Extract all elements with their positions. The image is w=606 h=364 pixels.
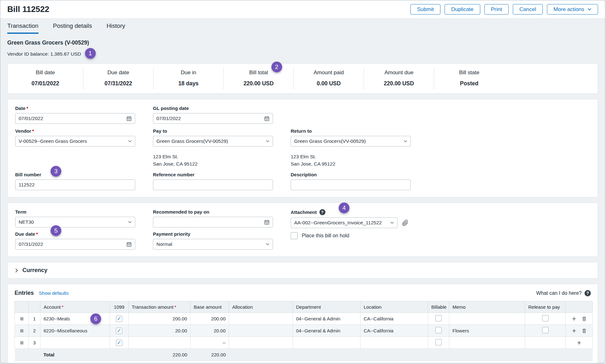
- allocation-cell[interactable]: [229, 325, 293, 337]
- col-actions: [566, 301, 593, 313]
- duplicate-button[interactable]: Duplicate: [445, 4, 480, 15]
- reference-number-field: Reference number: [153, 172, 273, 190]
- return-to-select[interactable]: Green Grass Grocers(VV-00529): [291, 136, 411, 147]
- checkbox-billable[interactable]: [435, 315, 442, 321]
- allocation-cell[interactable]: [229, 337, 293, 349]
- return-to-value: Green Grass Grocers(VV-00529): [294, 138, 403, 144]
- help-icon[interactable]: ?: [585, 290, 591, 296]
- base-amount-cell: 200.00: [191, 313, 229, 325]
- checkbox-1099[interactable]: [116, 316, 122, 322]
- location-cell[interactable]: CA--California: [361, 325, 428, 337]
- currency-toggle[interactable]: Currency: [8, 262, 598, 278]
- attachment-help-icon[interactable]: ?: [319, 209, 325, 215]
- memo-cell[interactable]: Flowers: [449, 325, 525, 337]
- department-cell[interactable]: 04--General & Admin: [293, 313, 361, 325]
- attachment-select[interactable]: AA-002--GreenGrocers_Invoice_112522: [291, 217, 397, 228]
- col-account: Account*: [40, 301, 110, 313]
- account-cell[interactable]: 6230--Meals 6: [40, 313, 110, 325]
- bill-number-input[interactable]: 112522: [15, 179, 135, 190]
- print-button[interactable]: Print: [484, 4, 509, 15]
- department-cell[interactable]: 04--General & Admin: [293, 325, 361, 337]
- account-cell[interactable]: [40, 337, 110, 349]
- description-field: Description: [291, 172, 411, 190]
- due-date-input[interactable]: 07/31/2022: [15, 239, 135, 250]
- description-input[interactable]: [291, 179, 411, 190]
- summary-item-bill-total: 2 Bill total 220.00 USD: [224, 68, 294, 89]
- add-row-button[interactable]: [572, 316, 577, 321]
- entries-total-row: Total 220.00 220.00: [15, 349, 593, 361]
- col-release: Release to pay: [525, 301, 566, 313]
- bill-number-label: Bill number: [15, 172, 135, 177]
- paperclip-icon[interactable]: [402, 220, 409, 226]
- transaction-amount-cell[interactable]: [129, 337, 191, 349]
- add-row-button[interactable]: [572, 328, 577, 333]
- recommended-pay-input[interactable]: [153, 217, 273, 228]
- checkbox-release-to-pay[interactable]: [542, 327, 548, 333]
- pay-to-select[interactable]: Green Grass Grocers(VV-00529): [153, 136, 273, 147]
- checkbox-billable[interactable]: [435, 339, 442, 345]
- term-label: Term: [15, 209, 135, 215]
- add-row-button[interactable]: [577, 340, 582, 345]
- transaction-amount-cell[interactable]: 20.00: [129, 325, 191, 337]
- reference-number-input[interactable]: [153, 179, 273, 190]
- vendor-block: Green Grass Grocers (V-00529) Vendor ID …: [7, 39, 598, 59]
- more-actions-button[interactable]: More actions: [547, 4, 598, 15]
- attachment-label: Attachment: [291, 209, 317, 215]
- calendar-icon[interactable]: [126, 116, 132, 121]
- step-badge-2: 2: [271, 62, 282, 72]
- pay-to-value: Green Grass Grocers(VV-00529): [156, 138, 266, 144]
- calendar-icon[interactable]: [264, 220, 270, 225]
- location-cell[interactable]: CA--California: [361, 313, 428, 325]
- summary-label: Amount due: [365, 70, 433, 76]
- address-line-2: San Jose, CA 95122: [291, 160, 411, 167]
- drag-handle-icon[interactable]: [16, 316, 27, 321]
- col-allocation: Allocation: [229, 301, 293, 313]
- vendor-value: V-00529--Green Grass Grocers: [19, 138, 128, 144]
- calendar-icon[interactable]: [264, 116, 270, 121]
- checkbox-release-to-pay[interactable]: [542, 315, 548, 321]
- checkbox-billable[interactable]: [435, 327, 442, 333]
- hold-checkbox[interactable]: [291, 232, 298, 239]
- tab-bar: Transaction Posting details History: [0, 22, 605, 34]
- checkbox-1099[interactable]: [116, 340, 122, 346]
- account-cell[interactable]: 6220--Miscellaneous: [40, 325, 110, 337]
- delete-row-button[interactable]: [582, 316, 587, 321]
- row-number: 2: [29, 325, 40, 337]
- transaction-amount-cell[interactable]: 200.00: [129, 313, 191, 325]
- date-field: Date* 07/01/2022: [15, 106, 135, 124]
- submit-button[interactable]: Submit: [410, 4, 440, 15]
- summary-value: 07/01/2022: [9, 80, 82, 87]
- required-mark: *: [174, 304, 176, 310]
- currency-title: Currency: [22, 267, 47, 274]
- allocation-cell[interactable]: [229, 313, 293, 325]
- department-cell[interactable]: [293, 337, 361, 349]
- cancel-button[interactable]: Cancel: [513, 4, 543, 15]
- drag-handle-icon[interactable]: [16, 328, 27, 333]
- required-mark: *: [27, 106, 28, 111]
- checkbox-1099[interactable]: [116, 328, 122, 334]
- tab-history[interactable]: History: [106, 22, 125, 34]
- col-location: Location: [361, 301, 428, 313]
- step-badge-1: 1: [85, 48, 96, 59]
- location-cell[interactable]: [361, 337, 428, 349]
- calendar-icon[interactable]: [126, 242, 132, 247]
- tab-posting-details[interactable]: Posting details: [53, 22, 92, 34]
- summary-item-amount-paid: Amount paid 0.00 USD: [294, 68, 364, 89]
- show-defaults-link[interactable]: Show defaults: [39, 290, 69, 296]
- date-input[interactable]: 07/01/2022: [15, 113, 135, 124]
- chevron-down-icon: [266, 243, 270, 246]
- pay-to-field: Pay to Green Grass Grocers(VV-00529): [153, 128, 273, 147]
- term-select[interactable]: NET30: [15, 217, 135, 228]
- summary-value: 0.00 USD: [295, 80, 362, 87]
- vendor-select[interactable]: V-00529--Green Grass Grocers: [15, 136, 135, 147]
- tab-transaction[interactable]: Transaction: [7, 22, 39, 34]
- gl-posting-date-input[interactable]: 07/01/2022: [153, 113, 273, 124]
- drag-handle-icon[interactable]: [16, 340, 27, 345]
- delete-row-button[interactable]: [582, 328, 587, 333]
- memo-cell[interactable]: [449, 337, 525, 349]
- payment-priority-select[interactable]: Normal: [153, 239, 273, 250]
- col-billable: Billable: [428, 301, 449, 313]
- bill-details-card: Date* 07/01/2022 GL posting date 07/01/2…: [7, 99, 598, 197]
- entries-table: Account* 1099 Transaction amount* Base a…: [15, 301, 593, 361]
- memo-cell[interactable]: [449, 313, 525, 325]
